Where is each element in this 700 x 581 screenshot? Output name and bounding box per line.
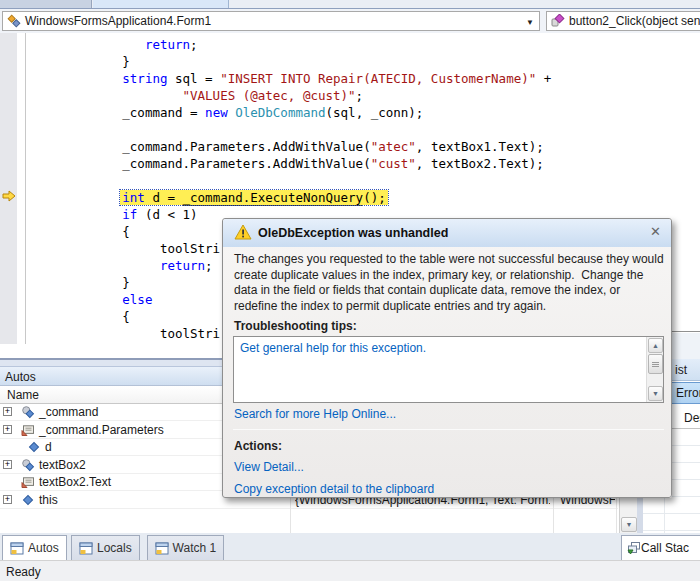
tab-call-stack[interactable]: Call Stac — [621, 535, 700, 560]
types-dropdown[interactable]: WindowsFormsApplication4.Form1 ▼ — [2, 11, 540, 31]
code-line[interactable]: _command = new OleDbCommand(sql, _conn); — [32, 104, 423, 121]
tool-window-icon — [10, 542, 24, 555]
errors-filter-label: Errors — [676, 386, 700, 400]
popup-divider — [233, 429, 664, 430]
code-line[interactable]: return; — [32, 36, 198, 53]
tab-label: Autos — [28, 541, 59, 555]
error-list-tab-label: ist — [675, 363, 687, 377]
document-tab-partial[interactable] — [0, 0, 92, 8]
tab-locals[interactable]: Locals — [71, 535, 140, 560]
variable-name[interactable]: textBox2 — [39, 458, 86, 472]
expand-plus-icon[interactable]: + — [3, 407, 12, 416]
status-text: Ready — [6, 565, 41, 579]
document-tab-strip — [0, 0, 700, 9]
document-tab-partial[interactable] — [93, 0, 229, 8]
field-icon — [21, 405, 35, 419]
tips-scrollbar[interactable]: ▲ ▼ — [646, 337, 663, 402]
tab-label: Locals — [97, 541, 132, 555]
members-dropdown-value: button2_Click(object send — [569, 14, 700, 28]
view-detail-link[interactable]: View Detail... — [234, 460, 304, 474]
code-line[interactable]: } — [32, 53, 130, 70]
code-line[interactable]: else — [32, 291, 152, 308]
exception-popup-titlebar[interactable]: OleDbException was unhandled ✕ — [223, 219, 671, 247]
property-icon — [21, 423, 35, 437]
class-icon — [7, 14, 21, 28]
expand-plus-icon[interactable]: + — [3, 495, 12, 504]
expand-plus-icon[interactable]: + — [3, 460, 12, 469]
exception-message-line: redefine the index to permit duplicate e… — [234, 299, 664, 315]
name-column-label: Name — [7, 388, 39, 402]
warning-icon — [234, 224, 252, 241]
code-line[interactable]: toolStri — [32, 325, 220, 342]
general-help-link[interactable]: Get general help for this exception. — [240, 341, 426, 355]
scroll-down-icon[interactable]: ▼ — [648, 386, 663, 401]
search-help-online-link[interactable]: Search for more Help Online... — [234, 407, 396, 421]
variable-name[interactable]: _command — [39, 405, 98, 419]
exception-assistant-popup: OleDbException was unhandled ✕ The chang… — [222, 218, 672, 498]
variable-name[interactable]: _command.Parameters — [39, 423, 164, 437]
exception-popup-title: OleDbException was unhandled — [258, 226, 448, 240]
troubleshooting-tips-label: Troubleshooting tips: — [234, 319, 357, 333]
tab-autos[interactable]: Autos — [2, 535, 67, 560]
tool-window-tab-strip: AutosLocalsWatch 1 Call Stac — [0, 533, 700, 560]
members-dropdown[interactable]: button2_Click(object send — [546, 11, 700, 31]
scroll-down-icon[interactable]: ▼ — [621, 517, 637, 532]
tab-watch-1[interactable]: Watch 1 — [147, 535, 225, 560]
exception-message-line: create duplicate values in the index, pr… — [234, 268, 664, 284]
troubleshooting-tips-box[interactable]: Get general help for this exception. ▲ ▼ — [233, 336, 664, 403]
code-line[interactable]: if (d < 1) — [32, 206, 198, 223]
visual-studio-debug-window: WindowsFormsApplication4.Form1 ▼ button2… — [0, 0, 700, 581]
code-line[interactable]: { — [32, 223, 130, 240]
code-line[interactable]: toolStri — [32, 240, 220, 257]
variable-name[interactable]: textBox2.Text — [39, 475, 111, 489]
tool-window-icon — [79, 542, 93, 555]
tab-call-stack-label: Call Stac — [641, 541, 689, 555]
scroll-up-icon[interactable]: ▲ — [648, 338, 663, 353]
code-line[interactable]: } — [32, 274, 130, 291]
variable-icon — [21, 493, 35, 507]
variable-name[interactable]: d — [45, 440, 52, 454]
method-icon — [551, 14, 565, 28]
code-line[interactable]: _command.Parameters.AddWithValue("atec",… — [32, 138, 544, 155]
chevron-down-icon[interactable]: ▼ — [526, 18, 534, 27]
variable-name[interactable]: this — [39, 493, 58, 507]
autos-panel-title-label: Autos — [5, 370, 36, 384]
code-line[interactable]: string sql = "INSERT INTO Repair(ATECID,… — [32, 70, 551, 87]
editor-navigation-bar: WindowsFormsApplication4.Form1 ▼ button2… — [0, 9, 700, 33]
tab-label: Watch 1 — [173, 541, 217, 555]
exception-message-line: The changes you requested to the table w… — [234, 252, 664, 268]
code-line[interactable]: int d = _command.ExecuteNonQuery(); — [32, 189, 388, 206]
exception-message: The changes you requested to the table w… — [234, 252, 664, 314]
code-line[interactable]: _command.Parameters.AddWithValue("cust",… — [32, 155, 544, 172]
field-icon — [21, 458, 35, 472]
call-stack-icon — [626, 541, 641, 555]
errors-filter-button[interactable]: Errors — [668, 382, 700, 404]
property-icon — [21, 475, 35, 489]
variable-icon — [27, 440, 41, 454]
actions-label: Actions: — [234, 439, 282, 453]
code-line[interactable]: { — [32, 308, 130, 325]
tips-scroll-thumb[interactable] — [648, 354, 663, 374]
tool-window-icon — [155, 542, 169, 555]
copy-exception-link[interactable]: Copy exception detail to the clipboard — [234, 482, 434, 496]
code-line[interactable]: "VALUES (@atec, @cust)"; — [32, 87, 363, 104]
code-line[interactable]: return; — [32, 257, 213, 274]
description-column-label: Desc — [684, 411, 700, 425]
expand-plus-icon[interactable]: + — [3, 425, 12, 434]
types-dropdown-value: WindowsFormsApplication4.Form1 — [25, 14, 211, 28]
exception-message-line: data in the field or fields that contain… — [234, 283, 664, 299]
status-bar: Ready — [0, 560, 700, 581]
close-icon[interactable]: ✕ — [650, 224, 661, 239]
current-statement-highlight: int d = _command.ExecuteNonQuery(); — [120, 190, 387, 205]
